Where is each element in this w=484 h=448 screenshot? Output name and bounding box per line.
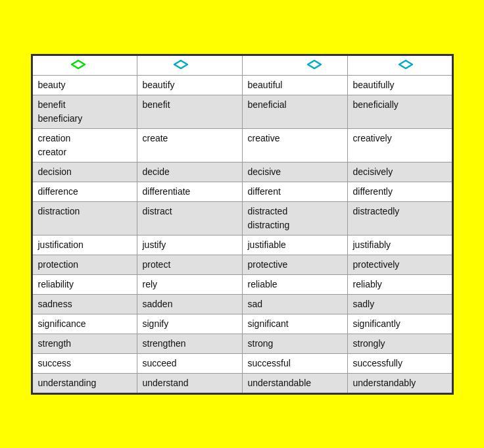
cell-adverb: decisively xyxy=(347,162,452,182)
cell-adverb: understandably xyxy=(347,373,452,393)
cell-adverb: beautifully xyxy=(347,75,452,95)
cell-noun: benefitbeneficiary xyxy=(32,95,137,128)
noun-word: creation xyxy=(38,133,71,143)
cell-adverb: reliably xyxy=(347,274,452,294)
table-row: successsucceedsuccessfulsuccessfully xyxy=(32,353,452,373)
cell-verb: justify xyxy=(137,235,242,255)
adjective-word: distracted xyxy=(248,206,288,216)
cell-adverb: beneficially xyxy=(347,95,452,128)
cell-adjective: significant xyxy=(242,314,347,334)
table-header-row: NOUN VERB xyxy=(32,55,452,75)
cell-adverb: differently xyxy=(347,182,452,201)
cell-verb: strengthen xyxy=(137,334,242,353)
verb-label: VERB xyxy=(143,60,170,71)
table-row: understandingunderstandunderstandableund… xyxy=(32,373,452,393)
cell-noun: reliability xyxy=(32,274,137,294)
cell-adverb: successfully xyxy=(347,353,452,373)
table-row: sadnesssaddensadsadly xyxy=(32,294,452,314)
cell-adjective: different xyxy=(242,182,347,201)
table-row: protectionprotectprotectiveprotectively xyxy=(32,255,452,274)
adjective-word: distracting xyxy=(248,220,290,230)
noun-word: creator xyxy=(38,147,67,157)
cell-adjective: understandable xyxy=(242,373,347,393)
page-container: NOUN VERB xyxy=(26,49,459,400)
cell-verb: benefit xyxy=(137,95,242,128)
table-row: creationcreatorcreatecreativecreatively xyxy=(32,128,452,162)
cell-noun: understanding xyxy=(32,373,137,393)
adverb-label: ADVERB xyxy=(353,60,395,71)
cell-verb: create xyxy=(137,128,242,162)
cell-adverb: justifiably xyxy=(347,235,452,255)
cell-adjective: beneficial xyxy=(242,95,347,128)
cell-adverb: protectively xyxy=(347,255,452,274)
table-row: decisiondecidedecisivedecisively xyxy=(32,162,452,182)
noun-word: benefit xyxy=(38,99,66,110)
cell-noun: sadness xyxy=(32,294,137,314)
header-adverb: ADVERB xyxy=(347,55,452,75)
noun-label: NOUN xyxy=(38,60,67,71)
adverb-diamond-icon xyxy=(399,60,413,71)
cell-noun: distraction xyxy=(32,201,137,235)
cell-noun: protection xyxy=(32,255,137,274)
cell-adjective: reliable xyxy=(242,274,347,294)
cell-verb: sadden xyxy=(137,294,242,314)
table-row: justificationjustifyjustifiablejustifiab… xyxy=(32,235,452,255)
cell-adjective: beautiful xyxy=(242,75,347,95)
noun-word: beneficiary xyxy=(38,113,83,124)
header-adjective: ADJECTIVE xyxy=(242,55,347,75)
cell-verb: signify xyxy=(137,314,242,334)
cell-noun: justification xyxy=(32,235,137,255)
table-row: reliabilityrelyreliablereliably xyxy=(32,274,452,294)
cell-adjective: decisive xyxy=(242,162,347,182)
cell-noun: significance xyxy=(32,314,137,334)
cell-noun: strength xyxy=(32,334,137,353)
cell-verb: protect xyxy=(137,255,242,274)
cell-verb: succeed xyxy=(137,353,242,373)
noun-diamond-icon xyxy=(71,60,85,71)
header-noun: NOUN xyxy=(32,55,137,75)
table-row: differencedifferentiatedifferentdifferen… xyxy=(32,182,452,201)
cell-verb: rely xyxy=(137,274,242,294)
cell-adjective: protective xyxy=(242,255,347,274)
cell-noun: difference xyxy=(32,182,137,201)
cell-noun: decision xyxy=(32,162,137,182)
cell-verb: beautify xyxy=(137,75,242,95)
cell-verb: understand xyxy=(137,373,242,393)
table-body: beautybeautifybeautifulbeautifullybenefi… xyxy=(32,75,452,393)
cell-adjective: strong xyxy=(242,334,347,353)
cell-adverb: distractedly xyxy=(347,201,452,235)
word-forms-table: NOUN VERB xyxy=(31,54,454,395)
table-row: significancesignifysignificantsignifican… xyxy=(32,314,452,334)
cell-verb: distract xyxy=(137,201,242,235)
cell-adverb: significantly xyxy=(347,314,452,334)
adjective-diamond-icon xyxy=(307,60,322,71)
table-row: distractiondistractdistracteddistracting… xyxy=(32,201,452,235)
svg-marker-1 xyxy=(174,61,187,68)
svg-marker-0 xyxy=(72,61,85,68)
cell-adjective: sad xyxy=(242,294,347,314)
cell-adverb: creatively xyxy=(347,128,452,162)
header-verb: VERB xyxy=(137,55,242,75)
cell-noun: beauty xyxy=(32,75,137,95)
cell-adjective: successful xyxy=(242,353,347,373)
cell-adjective: distracteddistracting xyxy=(242,201,347,235)
adjective-label: ADJECTIVE xyxy=(248,60,303,71)
cell-noun: success xyxy=(32,353,137,373)
verb-diamond-icon xyxy=(174,60,188,71)
cell-adjective: creative xyxy=(242,128,347,162)
svg-marker-3 xyxy=(399,61,412,68)
cell-noun: creationcreator xyxy=(32,128,137,162)
table-row: beautybeautifybeautifulbeautifully xyxy=(32,75,452,95)
cell-verb: differentiate xyxy=(137,182,242,201)
cell-verb: decide xyxy=(137,162,242,182)
svg-marker-2 xyxy=(308,61,321,68)
table-row: strengthstrengthenstrongstrongly xyxy=(32,334,452,353)
cell-adverb: sadly xyxy=(347,294,452,314)
table-row: benefitbeneficiarybenefitbeneficialbenef… xyxy=(32,95,452,128)
cell-adjective: justifiable xyxy=(242,235,347,255)
cell-adverb: strongly xyxy=(347,334,452,353)
